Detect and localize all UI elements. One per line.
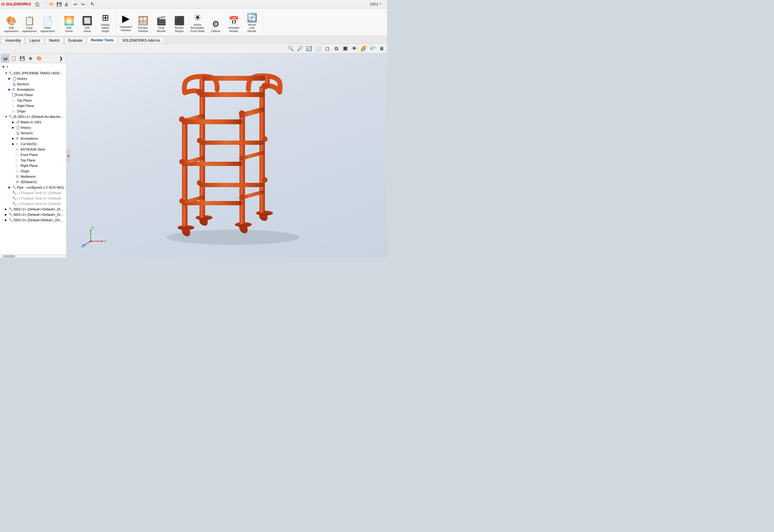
tree-propane1[interactable]: 🔧 (-) Propane Tank<1> (Default) (0, 190, 66, 196)
tab-assembly[interactable]: Assembly (1, 37, 25, 44)
home-btn[interactable]: 🏠 (34, 1, 41, 8)
edit-appearance-btn[interactable]: 🎨 Edit Appearance (2, 10, 20, 34)
tree-history2[interactable]: ▶ 📋 History (0, 125, 66, 130)
tree-root[interactable]: ▼ 🔧 1001 (PROPANE TANKS HIDDEN <Display … (0, 70, 66, 76)
pipe-icon: 🔧 (12, 185, 17, 190)
tree-front-plane2[interactable]: □ Front Plane (0, 152, 66, 157)
display-style-btn[interactable]: 🔳 (341, 45, 350, 53)
tree-3dsketch[interactable]: 3D 3DSketch2 (0, 179, 66, 185)
tab-render-tools[interactable]: Render Tools (87, 37, 118, 44)
tree-3001-2[interactable]: ▶ 🔧 3001<2> (Default<<Default>_Display S… (0, 212, 66, 217)
options-btn[interactable]: ⚙ Options (207, 10, 224, 34)
expand-collapse-btn[interactable]: ❯ (57, 54, 65, 62)
tree-2001-3[interactable]: ▶ 🔧 2001<3> (Default<Default>_Display St… (0, 217, 66, 223)
cut-arrow[interactable]: ▶ (12, 142, 16, 145)
view-toolbar: 🔍 🔎 🔃 ⬜ ◻ ⧉ 🔳 👁 🌈 💎 🖥 (0, 44, 387, 54)
tree-top-plane[interactable]: □ Top Plane (0, 98, 66, 103)
edit-scene-icon: 🌅 (64, 16, 74, 26)
tree-cutlist[interactable]: ▶ ≡ Cut list(31) (0, 141, 66, 147)
schedule-render-btn[interactable]: 📅 ScheduleRender (225, 10, 242, 34)
copy-appearance-btn[interactable]: 📋 CopyAppearance (21, 10, 38, 34)
preview-window-btn[interactable]: 🪟 PreviewWindow (134, 10, 152, 34)
monitor-btn[interactable]: 🖥 (377, 45, 386, 53)
edit-scene-btn[interactable]: 🌅 EditScene (60, 10, 78, 34)
print-btn[interactable]: 🖨 (63, 1, 70, 8)
recall-render-btn[interactable]: 🔄 RecallLastRender (243, 10, 261, 34)
tree-origin[interactable]: ⊹ Origin (0, 109, 66, 114)
tab-evaluate[interactable]: Evaluate (64, 37, 86, 44)
integrated-preview-btn[interactable]: ▶ IntegratedPreview (118, 10, 134, 34)
display-mgr-btn[interactable]: 🎨 (35, 54, 43, 62)
horizontal-scrollbar[interactable] (0, 254, 66, 258)
tree-sensors[interactable]: 📡 Sensors (0, 81, 66, 87)
final-render-btn[interactable]: 🎬 FinalRender (152, 10, 170, 34)
open-btn[interactable]: 📂 (48, 1, 55, 8)
tree-front-plane[interactable]: □ Front Plane (0, 92, 66, 98)
root-arrow[interactable]: ▼ (5, 72, 8, 75)
annotations-arrow[interactable]: ▶ (8, 88, 12, 91)
tab-addins[interactable]: SOLIDWORKS Add-Ins (118, 37, 164, 44)
zoom-out-btn[interactable]: 🔎 (296, 45, 304, 53)
tree-right-plane[interactable]: □ Right Plane (0, 103, 66, 109)
config-mgr-btn[interactable]: 💾 (18, 54, 26, 62)
paste-appearance-label: PasteAppearance (40, 26, 55, 33)
3001-1-arrow[interactable]: ▶ (5, 208, 8, 211)
tree-annotations2[interactable]: ▶ A Annotations (0, 136, 66, 141)
mates-arrow[interactable]: ▶ (12, 121, 16, 124)
hscroll-thumb[interactable] (3, 255, 15, 258)
render-region-btn[interactable]: ⬛ RenderRegion (171, 10, 188, 34)
c2001-arrow[interactable]: ▼ (5, 115, 8, 118)
tree-comp2001[interactable]: ▼ 🔧 (f) 2001<1> (Default<As Machined><<D… (0, 114, 66, 119)
2001-3-arrow[interactable]: ▶ (5, 219, 8, 222)
tree-propane2[interactable]: 🔧 (-) Propane Tank<2> (Default) (0, 196, 66, 201)
tree-top-plane2[interactable]: □ Top Plane (0, 157, 66, 163)
save-btn[interactable]: 💾 (56, 1, 62, 8)
pipe-arrow[interactable]: ▶ (8, 186, 12, 189)
property-mgr-btn[interactable]: 📋 (10, 54, 18, 62)
tree-history[interactable]: ▶ 📋 History (0, 76, 66, 81)
weldment-label: Weldment (21, 175, 35, 178)
feature-mgr-btn[interactable]: 📦 (1, 54, 9, 62)
paste-appearance-btn[interactable]: 📄 PasteAppearance (39, 10, 56, 34)
rotate-btn[interactable]: 🔃 (305, 45, 313, 53)
orient-view-btn2[interactable]: ◻ (323, 45, 331, 53)
tab-sketch[interactable]: Sketch (45, 37, 64, 44)
zoom-in-btn[interactable]: 🔍 (287, 45, 295, 53)
feature-tree[interactable]: ▼ 🔧 1001 (PROPANE TANKS HIDDEN <Display … (0, 70, 66, 254)
tree-right-plane2[interactable]: □ Right Plane (0, 163, 66, 168)
tree-astm[interactable]: ≡ ASTM A36 Steel (0, 147, 66, 152)
tree-mates[interactable]: ▶ 🔗 Mates in 1001 (0, 119, 66, 125)
top-plane2-icon: □ (16, 158, 21, 162)
propane3-label: (-) Propane Tank<3> (Default) (17, 202, 61, 206)
tab-layout[interactable]: Layout (25, 37, 44, 44)
propane1-icon: 🔧 (12, 191, 17, 195)
tree-annotations[interactable]: ▶ A Annotations (0, 87, 66, 92)
undo-btn[interactable]: ↩ (72, 1, 79, 8)
tree-pipe[interactable]: ▶ 🔧 Pipe - configured 1.5 SCH 40(1) (0, 185, 66, 190)
select-btn[interactable]: ↖ (89, 1, 96, 8)
tree-origin2[interactable]: ⊹ Origin (0, 168, 66, 174)
render-tools-view-btn[interactable]: 💎 (368, 45, 377, 53)
scene-illum-btn[interactable]: ☀ SceneIlluminationProof Sheet (189, 10, 206, 34)
redo-btn[interactable]: ↪ (80, 1, 86, 8)
new-btn[interactable]: 📄 (41, 1, 48, 8)
ann2-arrow[interactable]: ▶ (12, 137, 16, 140)
section-view-btn[interactable]: ⧉ (332, 45, 340, 53)
orient-view-btn1[interactable]: ⬜ (314, 45, 322, 53)
tree-weldment[interactable]: ⊞ Weldment (0, 174, 66, 179)
tree-3001-1[interactable]: ▶ 🔧 3001<1> (Default<<Default>_Display S… (0, 206, 66, 212)
edit-decal-btn[interactable]: 🔲 EditDecal (78, 10, 96, 34)
hide-show-btn[interactable]: 👁 (350, 45, 359, 53)
appearance-btn[interactable]: 🌈 (359, 45, 368, 53)
history-arrow[interactable]: ▶ (8, 77, 12, 80)
dim-xpert-btn[interactable]: ⊕ (27, 54, 34, 62)
3d-viewport[interactable]: ❯ (67, 54, 387, 258)
tree-propane3[interactable]: 🔧 (-) Propane Tank<3> (Default) (0, 201, 66, 206)
display-states-btn[interactable]: ⊞ DisplayStatesTarget (96, 10, 114, 34)
mates-label: Mates in 1001 (21, 120, 41, 124)
ribbon-tabs: Assembly Layout Sketch Evaluate Render T… (0, 36, 387, 44)
hist2-arrow[interactable]: ▶ (12, 126, 16, 129)
panel-collapse-btn[interactable]: ❯ (67, 150, 70, 162)
tree-sensors2[interactable]: 📡 Sensors (0, 130, 66, 136)
3001-2-arrow[interactable]: ▶ (5, 213, 8, 216)
